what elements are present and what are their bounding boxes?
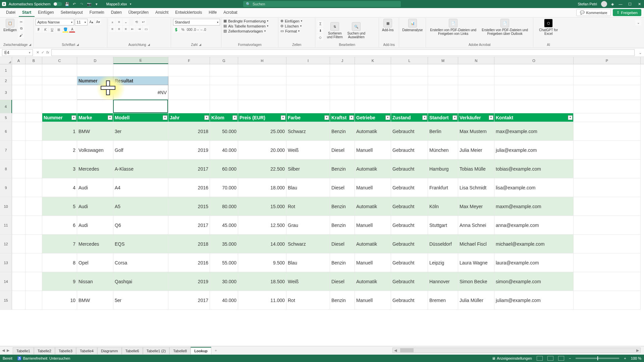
table-cell[interactable]: Benzin <box>330 291 355 310</box>
cut-icon[interactable]: ✂ <box>18 19 24 25</box>
cell[interactable] <box>286 85 330 100</box>
cell[interactable] <box>12 197 25 216</box>
table-cell[interactable]: 5 <box>42 197 77 216</box>
grow-font-icon[interactable]: A▴ <box>88 19 94 25</box>
column-header[interactable]: J <box>330 57 355 64</box>
cell[interactable] <box>574 253 641 272</box>
cell[interactable] <box>168 76 210 85</box>
table-cell[interactable]: Rot <box>286 197 330 216</box>
cell[interactable] <box>330 64 355 76</box>
table-cell[interactable]: Manuell <box>355 141 391 160</box>
table-cell[interactable]: BMW <box>77 122 113 141</box>
user-avatar-icon[interactable] <box>601 1 607 7</box>
sheet-tab[interactable]: Tabelle3 <box>55 347 76 354</box>
paste-button[interactable]: 📋 Einfügen <box>3 19 17 32</box>
cell[interactable]: #NV <box>113 85 168 100</box>
table-cell[interactable]: laura@example.com <box>494 253 574 272</box>
table-cell[interactable]: simon@example.com <box>494 272 574 291</box>
number-format-select[interactable]: Standard▾ <box>173 19 220 25</box>
table-cell[interactable]: 55.000 <box>210 253 238 272</box>
table-cell[interactable]: Audi <box>77 216 113 235</box>
table-cell[interactable]: juliam@example.com <box>494 291 574 310</box>
table-cell[interactable]: Max Meyer <box>458 197 494 216</box>
column-header[interactable]: H <box>238 57 286 64</box>
cell[interactable] <box>12 76 25 85</box>
sheet-nav-prev-icon[interactable]: ◀ <box>2 348 5 353</box>
table-header[interactable]: Kilom▾ <box>210 113 238 122</box>
font-name-select[interactable]: Aptos Narrow▾ <box>36 19 74 25</box>
page-break-view-icon[interactable] <box>558 356 564 361</box>
table-cell[interactable]: 2016 <box>168 178 210 197</box>
accounting-icon[interactable]: 💲 <box>173 26 179 33</box>
row-header[interactable]: 14 <box>0 272 12 291</box>
decrease-decimal-icon[interactable]: ←.0 <box>200 26 206 33</box>
filter-dropdown-icon[interactable]: ▾ <box>349 115 354 120</box>
table-cell[interactable]: Leipzig <box>428 253 458 272</box>
save-icon[interactable]: 💾 <box>65 2 69 6</box>
table-cell[interactable]: Benzin <box>330 122 355 141</box>
align-right-icon[interactable]: ≡ <box>123 26 129 32</box>
table-cell[interactable]: BMW <box>77 291 113 310</box>
table-cell[interactable]: Diesel <box>330 141 355 160</box>
table-cell[interactable]: Gebraucht <box>391 197 428 216</box>
table-cell[interactable]: 18.500 <box>238 272 286 291</box>
cell[interactable] <box>25 197 42 216</box>
column-header[interactable]: E <box>113 57 168 64</box>
table-cell[interactable]: 35.000 <box>210 235 238 253</box>
cell[interactable] <box>168 64 210 76</box>
zoom-in-icon[interactable]: + <box>624 356 626 360</box>
increase-indent-icon[interactable]: ⇥ <box>136 26 142 32</box>
format-as-table-button[interactable]: ▤Als Tabelle formatieren▾ <box>223 24 268 28</box>
column-header[interactable]: M <box>428 57 458 64</box>
cell[interactable] <box>428 76 458 85</box>
table-cell[interactable]: Gebraucht <box>391 216 428 235</box>
sheet-tab[interactable]: Tabelle8 <box>169 347 191 354</box>
table-cell[interactable]: 7 <box>42 235 77 253</box>
table-cell[interactable]: Weiß <box>286 272 330 291</box>
ribbon-tab-entwicklertools[interactable]: Entwicklertools <box>172 9 205 17</box>
cell[interactable] <box>494 100 574 113</box>
font-size-select[interactable]: 11▾ <box>75 19 88 25</box>
table-cell[interactable]: Laura Wagne <box>458 253 494 272</box>
cell[interactable] <box>210 100 238 113</box>
row-header[interactable]: 11 <box>0 216 12 235</box>
cell[interactable] <box>25 272 42 291</box>
cell[interactable] <box>238 76 286 85</box>
table-cell[interactable]: Volkswagen <box>77 141 113 160</box>
cell[interactable] <box>458 100 494 113</box>
cell[interactable] <box>42 64 77 76</box>
chevron-down-icon[interactable]: ▾ <box>29 51 31 54</box>
column-header[interactable]: C <box>42 57 77 64</box>
table-cell[interactable]: 80.000 <box>210 197 238 216</box>
table-cell[interactable]: 9.500 <box>238 253 286 272</box>
orientation-icon[interactable]: ⟲ <box>133 19 140 25</box>
table-cell[interactable]: Automatik <box>355 272 391 291</box>
cell[interactable] <box>494 64 574 76</box>
table-cell[interactable]: Julia Müller <box>458 291 494 310</box>
cell[interactable] <box>238 85 286 100</box>
column-header[interactable]: P <box>574 57 641 64</box>
cell[interactable] <box>25 291 42 310</box>
cell[interactable] <box>428 64 458 76</box>
table-cell[interactable]: Automatik <box>355 122 391 141</box>
fill-color-icon[interactable]: 🪣 <box>62 26 68 33</box>
cell[interactable] <box>428 85 458 100</box>
cell[interactable] <box>77 100 113 113</box>
cell[interactable] <box>12 178 25 197</box>
cell[interactable] <box>391 100 428 113</box>
table-cell[interactable]: Gebraucht <box>391 160 428 178</box>
document-name[interactable]: Mappe3.xlsx <box>106 2 127 6</box>
ribbon-tab-acrobat[interactable]: Acrobat <box>220 9 240 17</box>
cell[interactable] <box>391 85 428 100</box>
ribbon-tab-formeln[interactable]: Formeln <box>86 9 108 17</box>
ribbon-tab-ansicht[interactable]: Ansicht <box>152 9 172 17</box>
cell[interactable] <box>77 64 113 76</box>
table-header[interactable]: Jahr▾ <box>168 113 210 122</box>
cell[interactable] <box>355 76 391 85</box>
table-header[interactable]: Standort▾ <box>428 113 458 122</box>
cell[interactable] <box>574 122 641 141</box>
table-cell[interactable]: 50.000 <box>210 122 238 141</box>
table-cell[interactable]: Benzin <box>330 197 355 216</box>
table-cell[interactable]: Julia Meier <box>458 141 494 160</box>
dialog-launcher-icon[interactable]: ◢ <box>29 43 31 47</box>
